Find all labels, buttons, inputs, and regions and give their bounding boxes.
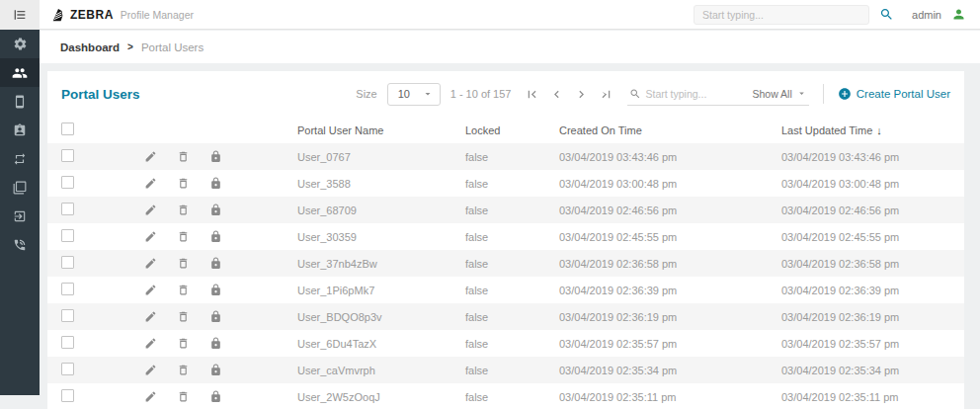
- show-all-dropdown[interactable]: Show All: [752, 88, 806, 100]
- size-label: Size: [356, 88, 376, 100]
- user-name[interactable]: admin: [912, 9, 941, 21]
- delete-trash-icon[interactable]: [177, 337, 190, 350]
- prev-page-button[interactable]: [549, 87, 564, 102]
- row-checkbox[interactable]: [61, 283, 74, 295]
- edit-pencil-icon[interactable]: [144, 364, 157, 376]
- brand-logo: ZEBRA Profile Manager: [51, 8, 194, 22]
- sidebar-item-batch[interactable]: [0, 173, 40, 202]
- row-checkbox[interactable]: [61, 256, 74, 269]
- sidebar-item-settings[interactable]: [0, 30, 40, 58]
- first-page-button[interactable]: [525, 87, 539, 102]
- sidebar-item-contacts[interactable]: [0, 116, 40, 144]
- row-checkbox[interactable]: [61, 229, 74, 242]
- lock-icon[interactable]: [209, 177, 222, 190]
- page-size-select[interactable]: 10: [387, 83, 441, 106]
- row-checkbox[interactable]: [61, 176, 74, 189]
- stacked-pages-icon: [13, 181, 27, 195]
- breadcrumb-portal-users: Portal Users: [141, 41, 204, 53]
- sidebar-item-calls[interactable]: [0, 230, 40, 259]
- show-all-label: Show All: [752, 88, 791, 100]
- cell-locked: false: [457, 338, 551, 350]
- edit-pencil-icon[interactable]: [144, 230, 157, 243]
- brand-name: ZEBRA: [70, 8, 114, 22]
- delete-trash-icon[interactable]: [177, 204, 190, 216]
- user-avatar-icon[interactable]: [951, 7, 966, 22]
- sort-descending-icon[interactable]: ↓: [876, 124, 882, 136]
- cell-created-on-time: 03/04/2019 02:35:11 pm: [551, 391, 774, 403]
- lock-icon[interactable]: [209, 310, 222, 323]
- create-portal-user-button[interactable]: Create Portal User: [838, 87, 950, 101]
- sidebar-item-devices[interactable]: [0, 87, 40, 116]
- page-title: Portal Users: [61, 87, 140, 102]
- row-checkbox[interactable]: [61, 336, 74, 349]
- delete-trash-icon[interactable]: [177, 150, 190, 163]
- cell-created-on-time: 03/04/2019 02:36:39 pm: [551, 285, 774, 296]
- edit-pencil-icon[interactable]: [144, 177, 157, 190]
- row-checkbox[interactable]: [61, 389, 74, 402]
- sidebar-item-portal-users[interactable]: [0, 58, 40, 87]
- cell-portal-user-name: User_caVmvrph: [289, 365, 457, 376]
- table-row: User_2W5zOoqJ false 03/04/2019 02:35:11 …: [47, 383, 964, 409]
- repeat-arrows-icon: [13, 152, 27, 166]
- cell-last-updated-time: 03/04/2019 02:35:11 pm: [774, 391, 964, 403]
- cell-last-updated-time: 03/04/2019 02:35:34 pm: [774, 365, 964, 376]
- cell-locked: false: [457, 391, 551, 403]
- delete-trash-icon[interactable]: [177, 257, 190, 270]
- global-search-input[interactable]: [694, 5, 869, 25]
- cell-portal-user-name: User_0767: [289, 151, 457, 163]
- table-filter-input[interactable]: [645, 88, 752, 100]
- cell-locked: false: [457, 151, 551, 163]
- lock-icon[interactable]: [209, 150, 222, 163]
- table-row: User_1Pi6pMk7 false 03/04/2019 02:36:39 …: [47, 277, 964, 303]
- edit-pencil-icon[interactable]: [144, 284, 157, 296]
- edit-pencil-icon[interactable]: [144, 204, 157, 216]
- delete-trash-icon[interactable]: [177, 310, 190, 323]
- table-row: User_30359 false 03/04/2019 02:45:55 pm …: [47, 223, 964, 250]
- sidebar-toggle-button[interactable]: [0, 0, 40, 30]
- cell-locked: false: [457, 365, 551, 376]
- delete-trash-icon[interactable]: [177, 364, 190, 376]
- select-all-checkbox[interactable]: [61, 123, 74, 135]
- breadcrumb-dashboard[interactable]: Dashboard: [60, 41, 120, 53]
- row-checkbox[interactable]: [61, 309, 74, 322]
- lock-icon[interactable]: [209, 204, 222, 216]
- lock-icon[interactable]: [209, 390, 222, 403]
- edit-pencil-icon[interactable]: [144, 257, 157, 270]
- cell-locked: false: [457, 231, 551, 243]
- next-page-button[interactable]: [574, 87, 589, 102]
- row-checkbox[interactable]: [61, 363, 74, 375]
- column-header-locked[interactable]: Locked: [457, 124, 551, 136]
- delete-trash-icon[interactable]: [177, 177, 190, 190]
- sidebar-item-sync[interactable]: [0, 144, 40, 173]
- cell-last-updated-time: 03/04/2019 03:00:48 pm: [774, 178, 964, 190]
- lock-icon[interactable]: [209, 337, 222, 350]
- column-header-last-updated-time[interactable]: Last Updated Time ↓: [774, 124, 964, 136]
- edit-pencil-icon[interactable]: [144, 310, 157, 323]
- lock-icon[interactable]: [209, 230, 222, 243]
- search-icon[interactable]: [879, 7, 894, 22]
- edit-pencil-icon[interactable]: [144, 337, 157, 350]
- row-checkbox[interactable]: [61, 203, 74, 215]
- cell-portal-user-name: User_30359: [289, 231, 457, 243]
- column-header-created-on-time[interactable]: Created On Time: [551, 124, 774, 136]
- cell-portal-user-name: User_1Pi6pMk7: [289, 285, 457, 296]
- delete-trash-icon[interactable]: [177, 284, 190, 296]
- cell-last-updated-time: 03/04/2019 02:45:55 pm: [774, 231, 964, 243]
- column-header-portal-user-name[interactable]: Portal User Name: [289, 124, 457, 136]
- column-header-last-updated-label: Last Updated Time: [781, 124, 872, 136]
- create-portal-user-label: Create Portal User: [857, 88, 950, 100]
- delete-trash-icon[interactable]: [177, 390, 190, 403]
- cell-locked: false: [457, 178, 551, 190]
- sidebar-item-logout[interactable]: [0, 202, 40, 230]
- delete-trash-icon[interactable]: [177, 230, 190, 243]
- edit-pencil-icon[interactable]: [144, 150, 157, 163]
- table-row: User_37nb4zBw false 03/04/2019 02:36:58 …: [47, 250, 964, 277]
- lock-icon[interactable]: [209, 364, 222, 376]
- lock-icon[interactable]: [209, 257, 222, 270]
- cell-portal-user-name: User_BDQO8p3v: [289, 311, 457, 323]
- edit-pencil-icon[interactable]: [144, 390, 157, 403]
- last-page-button[interactable]: [599, 87, 613, 102]
- cell-portal-user-name: User_6Du4TazX: [289, 338, 457, 350]
- lock-icon[interactable]: [209, 284, 222, 296]
- row-checkbox[interactable]: [61, 149, 74, 162]
